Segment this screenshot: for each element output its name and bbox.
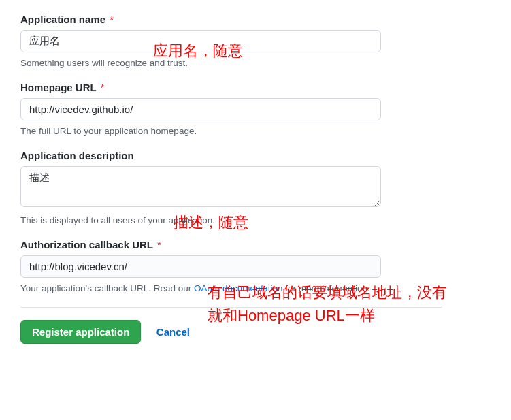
callback-url-label: Authorization callback URL *	[20, 239, 491, 251]
app-description-hint: This is displayed to all users of your a…	[20, 215, 491, 225]
required-mark-icon: *	[110, 14, 114, 25]
app-name-input[interactable]	[20, 30, 381, 52]
callback-url-input[interactable]	[20, 255, 381, 278]
required-mark-icon: *	[101, 82, 105, 93]
homepage-url-label-text: Homepage URL	[20, 82, 96, 93]
register-application-button[interactable]: Register application	[20, 320, 141, 344]
app-name-group: Application name * Something users will …	[20, 14, 491, 68]
callback-url-group: Authorization callback URL * Your applic…	[20, 239, 491, 293]
app-name-label-text: Application name	[20, 14, 105, 25]
callback-hint-suffix: for more information.	[283, 283, 370, 293]
homepage-url-group: Homepage URL * The full URL to your appl…	[20, 82, 491, 136]
app-description-group: Application description 描述 This is displ…	[20, 150, 491, 225]
oauth-doc-link[interactable]: OAuth documentation	[194, 283, 283, 293]
app-description-input[interactable]: 描述	[20, 166, 381, 207]
cancel-button[interactable]: Cancel	[156, 326, 190, 338]
divider	[20, 307, 442, 308]
homepage-url-label: Homepage URL *	[20, 82, 491, 93]
app-name-label: Application name *	[20, 14, 491, 25]
callback-url-hint: Your application's callback URL. Read ou…	[20, 283, 491, 293]
homepage-url-input[interactable]	[20, 98, 381, 120]
app-name-hint: Something users will recognize and trust…	[20, 58, 491, 68]
required-mark-icon: *	[157, 239, 161, 251]
form-actions: Register application Cancel	[20, 320, 491, 344]
app-description-label: Application description	[20, 150, 491, 161]
app-description-label-text: Application description	[20, 150, 134, 161]
callback-url-label-text: Authorization callback URL	[20, 239, 153, 251]
callback-hint-prefix: Your application's callback URL. Read ou…	[20, 283, 194, 293]
homepage-url-hint: The full URL to your application homepag…	[20, 126, 491, 136]
